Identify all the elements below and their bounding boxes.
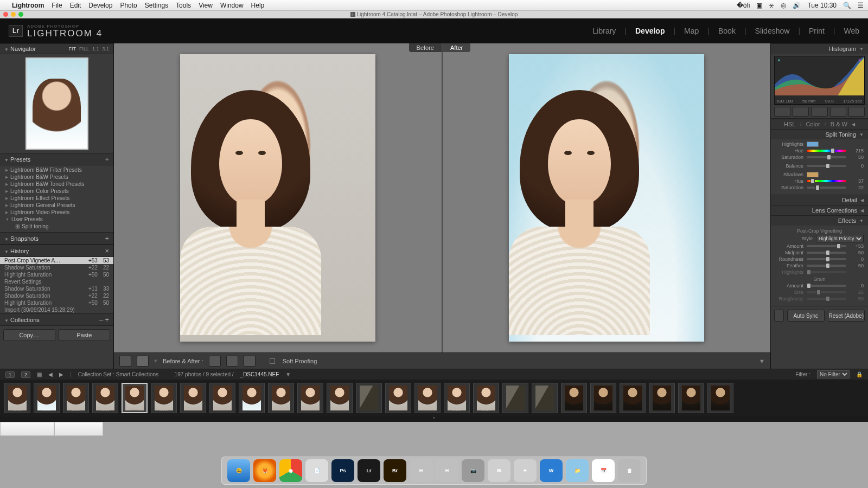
module-slideshow[interactable]: Slideshow [755, 27, 790, 35]
filmstrip[interactable]: •••••••••••••••••••••••••••••••••••••••• [0, 380, 868, 416]
menubar-clock[interactable]: Tue 10:30 [807, 2, 837, 9]
filter-lock-icon[interactable]: 🔒 [856, 371, 863, 377]
filmstrip-thumb[interactable] [707, 383, 733, 413]
dock-preview-icon[interactable]: 📄 [305, 459, 328, 482]
zoom-3:1[interactable]: 3:1 [102, 46, 109, 52]
balance-slider[interactable] [807, 165, 846, 167]
navigator-header[interactable]: ▼ Navigator FITFILL1:13:1 [0, 43, 113, 54]
vignette-style-select[interactable]: Highlight Priority [816, 235, 864, 242]
module-map[interactable]: Map [684, 27, 699, 35]
dock-word-icon[interactable]: W [540, 459, 563, 482]
history-step[interactable]: Highlight Saturation+5050 [0, 271, 113, 278]
collections-header[interactable]: ▼ Collections– + [0, 313, 113, 326]
menubar-display-icon[interactable]: ◎ [781, 2, 786, 9]
effects-header[interactable]: Effects▼ [771, 215, 868, 226]
traffic-lights[interactable] [3, 12, 23, 17]
monitor-1-button[interactable]: 1 [5, 371, 15, 378]
soft-proofing-checkbox[interactable] [270, 358, 275, 364]
menubar-dropbox-icon[interactable]: �ófi [737, 2, 750, 9]
preset-folder-user[interactable]: ▼User Presets [5, 216, 113, 223]
history-clear-icon[interactable]: × [105, 247, 109, 255]
filmstrip-thumb[interactable] [502, 383, 528, 413]
grad-filter-icon[interactable] [830, 107, 846, 117]
filmstrip-thumb[interactable]: ••••• [34, 383, 60, 413]
dock-folder-icon[interactable]: 📁 [566, 459, 589, 482]
filmstrip-grabber[interactable] [0, 416, 868, 422]
preset-folder[interactable]: ▶Lightroom Effect Presets [5, 195, 113, 202]
current-file[interactable]: _DSC1445.NEF [240, 371, 279, 377]
navigator-preview[interactable] [25, 57, 88, 150]
snapshots-add-icon[interactable]: + [105, 234, 109, 242]
zoom-fit[interactable]: FIT [68, 46, 76, 52]
dock-firefox-icon[interactable]: 🦊 [253, 459, 276, 482]
menu-photo[interactable]: Photo [120, 2, 137, 9]
filmstrip-thumb[interactable] [327, 383, 353, 413]
background-window[interactable] [0, 422, 54, 436]
loupe-view-icon[interactable] [119, 356, 131, 367]
brush-tool-icon[interactable] [848, 107, 865, 117]
after-pane[interactable]: After [443, 43, 770, 352]
crop-tool-icon[interactable] [774, 107, 790, 117]
history-step[interactable]: Revert Settings [0, 278, 113, 285]
collections-add-icon[interactable]: + [105, 316, 109, 324]
menu-view[interactable]: View [199, 2, 213, 9]
menubar-list-icon[interactable]: ☰ [858, 2, 864, 9]
filmstrip-thumb[interactable] [180, 383, 206, 413]
menubar-spotlight-icon[interactable]: 🔍 [843, 2, 851, 9]
filmstrip-thumb[interactable] [297, 383, 323, 413]
swap-before-after-icon[interactable] [209, 356, 221, 367]
nav-fwd-icon[interactable]: ▶ [59, 371, 63, 377]
nav-back-icon[interactable]: ◀ [48, 371, 53, 377]
paste-button[interactable]: Paste [59, 329, 111, 341]
module-book[interactable]: Book [718, 27, 736, 35]
history-step[interactable]: Highlight Saturation+5050 [0, 299, 113, 306]
close-icon[interactable] [3, 12, 8, 17]
module-print[interactable]: Print [809, 27, 825, 35]
filmstrip-thumb[interactable]: ••••• [92, 383, 118, 413]
dock-lightroom-icon[interactable]: Lr [358, 459, 380, 482]
navigator-zoom-options[interactable]: FITFILL1:13:1 [68, 46, 109, 52]
zoom-fill[interactable]: FILL [79, 46, 89, 52]
zoom-icon[interactable] [18, 12, 23, 17]
menu-help[interactable]: Help [251, 2, 265, 9]
shadows-swatch[interactable] [807, 172, 819, 177]
copy-before-to-after-icon[interactable] [226, 356, 238, 367]
history-step[interactable]: Shadow Saturation+2222 [0, 264, 113, 271]
filmstrip-thumb[interactable] [356, 383, 382, 413]
auto-sync-button[interactable]: Auto Sync [787, 310, 825, 322]
menu-settings[interactable]: Settings [145, 2, 168, 9]
copy-button[interactable]: Copy… [3, 329, 55, 341]
compare-view-icon[interactable] [137, 356, 149, 367]
filmstrip-thumb[interactable] [414, 383, 441, 413]
filmstrip-thumb[interactable]: ••••• [444, 383, 470, 413]
menubar-volume-icon[interactable]: 🔊 [793, 2, 801, 9]
hsl-tabs[interactable]: HSL/ Color/ B & W◀ [771, 119, 868, 129]
zoom-1:1[interactable]: 1:1 [92, 46, 99, 52]
dock-finder-icon[interactable]: 😃 [227, 459, 250, 482]
filmstrip-thumb[interactable] [561, 383, 587, 413]
split-toning-header[interactable]: Split Toning▼ [771, 129, 868, 139]
menu-app[interactable]: Lightroom [12, 2, 44, 9]
history-step[interactable]: Import (30/09/2014 15:28:29) [0, 306, 113, 313]
history-step[interactable]: Shadow Saturation+1133 [0, 285, 113, 292]
grid-icon[interactable]: ▦ [37, 371, 42, 377]
filmstrip-thumb[interactable]: ••••• [151, 383, 177, 413]
highlights-sat-slider[interactable] [807, 156, 846, 158]
menu-tools[interactable]: Tools [176, 2, 191, 9]
highlights-swatch[interactable] [807, 142, 819, 147]
filmstrip-thumb[interactable] [620, 383, 646, 413]
reset-button[interactable]: Reset (Adobe) [828, 310, 865, 322]
filmstrip-thumb[interactable] [649, 383, 675, 413]
filmstrip-thumb[interactable]: ••••• [122, 383, 148, 413]
before-pane[interactable]: Before [114, 43, 442, 352]
histogram[interactable]: ▲ ▲ ISO 100 50 mm f/8.0 1/125 sec [774, 56, 865, 105]
source-path[interactable]: Collection Set : Smart Collections [78, 371, 158, 377]
preset-item[interactable]: ⊞Split toning [5, 223, 113, 230]
menu-edit[interactable]: Edit [70, 2, 81, 9]
dock-trash-icon[interactable]: 🗑 [618, 459, 641, 482]
spot-tool-icon[interactable] [793, 107, 809, 117]
preset-folder[interactable]: ▶Lightroom B&W Presets [5, 174, 113, 181]
filmstrip-thumb[interactable]: ••••• [473, 383, 499, 413]
panel-switch-icon[interactable] [774, 310, 784, 322]
menu-file[interactable]: File [52, 2, 62, 9]
